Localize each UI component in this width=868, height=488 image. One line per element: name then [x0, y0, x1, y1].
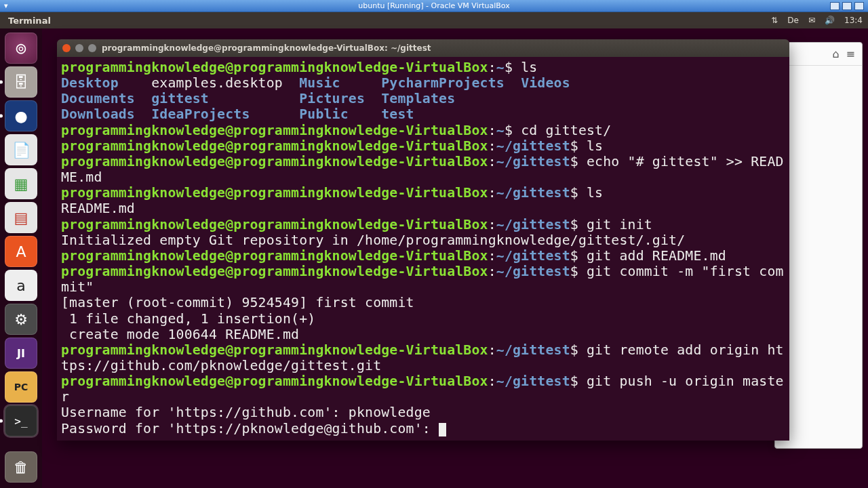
launcher-software[interactable]: A	[5, 236, 37, 267]
menu-icon[interactable]: ≡	[846, 47, 855, 60]
launcher-trash[interactable]: 🗑	[5, 451, 37, 483]
unity-top-panel: Terminal ⇅ De ✉ 🔊 13:4	[0, 12, 868, 28]
window-close-button[interactable]	[62, 44, 71, 52]
home-icon[interactable]: ⌂	[832, 47, 839, 60]
vbox-menu-icon[interactable]: ▾	[4, 1, 8, 10]
launcher-intellij[interactable]: JI	[5, 338, 37, 369]
launcher-calc[interactable]: ▦	[5, 168, 37, 199]
document-icon: 📄	[12, 142, 31, 159]
launcher-terminal[interactable]: >_	[5, 405, 37, 436]
terminal-window: programmingknowledge@programmingknowledg…	[57, 39, 789, 441]
spreadsheet-icon: ▦	[14, 176, 28, 192]
pycharm-icon: PC	[14, 382, 28, 392]
terminal-icon: >_	[14, 415, 27, 428]
launcher-firefox[interactable]: ●	[5, 100, 37, 131]
guest-desktop: Terminal ⇅ De ✉ 🔊 13:4 ⊚ 🗄 ● 📄 ▦ ▤ A a ⚙…	[0, 12, 868, 488]
clock[interactable]: 13:4	[844, 16, 863, 25]
network-icon[interactable]: ⇅	[771, 16, 778, 25]
sound-icon[interactable]: 🔊	[825, 16, 835, 25]
launcher-files[interactable]: 🗄	[5, 66, 37, 98]
messages-icon[interactable]: ✉	[808, 16, 815, 25]
virtualbox-titlebar: ▾ ubuntu [Running] - Oracle VM VirtualBo…	[0, 0, 868, 12]
gear-icon: ⚙	[14, 311, 28, 328]
presentation-icon: ▤	[14, 209, 28, 226]
unity-launcher: ⊚ 🗄 ● 📄 ▦ ▤ A a ⚙ JI PC >_ 🗑	[0, 28, 42, 488]
files-icon: 🗄	[14, 74, 28, 91]
trash-icon: 🗑	[14, 459, 28, 476]
launcher-dash[interactable]: ⊚	[5, 33, 37, 64]
firefox-icon: ●	[14, 108, 27, 125]
keyboard-layout-indicator[interactable]: De	[787, 16, 799, 25]
amazon-icon: a	[16, 277, 25, 294]
window-maximize-button[interactable]	[88, 44, 96, 52]
minimize-button[interactable]	[830, 2, 840, 10]
indicator-area: ⇅ De ✉ 🔊 13:4	[771, 16, 863, 25]
vbox-window-title: ubuntu [Running] - Oracle VM VirtualBox	[358, 1, 510, 10]
launcher-writer[interactable]: 📄	[5, 134, 37, 165]
launcher-settings[interactable]: ⚙	[5, 304, 37, 335]
terminal-titlebar[interactable]: programmingknowledge@programmingknowledg…	[57, 39, 789, 57]
vbox-window-controls[interactable]	[830, 2, 864, 10]
terminal-body[interactable]: programmingknowledge@programmingknowledg…	[57, 57, 789, 441]
terminal-title: programmingknowledge@programmingknowledg…	[102, 43, 431, 53]
ubuntu-icon: ⊚	[15, 40, 27, 57]
active-app-label: Terminal	[8, 16, 51, 26]
window-minimize-button[interactable]	[75, 44, 83, 52]
launcher-pycharm[interactable]: PC	[5, 371, 37, 403]
close-button[interactable]	[854, 2, 864, 10]
launcher-amazon[interactable]: a	[5, 270, 37, 301]
intellij-icon: JI	[17, 347, 25, 360]
terminal-cursor	[439, 423, 446, 436]
maximize-button[interactable]	[842, 2, 852, 10]
software-center-icon: A	[16, 243, 26, 260]
launcher-impress[interactable]: ▤	[5, 202, 37, 233]
